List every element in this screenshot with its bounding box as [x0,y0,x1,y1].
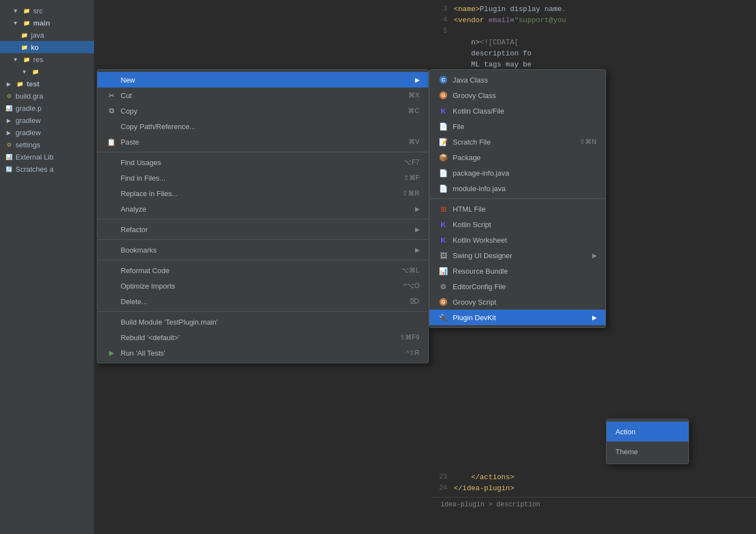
menu-item-find-files[interactable]: Find in Files... ⇧⌘F [97,170,428,186]
submenu-separator [429,198,605,199]
plugin-item-theme[interactable]: Theme [607,441,688,461]
tree-item-scratches[interactable]: 🔄 Scratches a [0,163,94,175]
tree-item-gradle-p[interactable]: 📊 gradle.p [0,102,94,114]
tree-item-test[interactable]: ▶ 📁 test [0,78,94,90]
tree-label: gradlew [15,116,41,125]
folder-icon: 📁 [22,18,31,27]
submenu-arrow-icon: ▶ [415,76,420,84]
reformat-icon [106,265,116,275]
file-icon: ⚙ [4,91,13,100]
kotlin-script-icon: K [438,219,448,229]
folder-icon: 📁 [20,43,29,52]
submenu-arrow-icon: ▶ [592,314,597,321]
menu-item-replace[interactable]: Replace in Files... ⇧⌘R [97,186,428,201]
html-icon: ⊞ [438,204,448,214]
submenu-item-file[interactable]: 📄 File [429,119,605,134]
submenu-item-kotlin-class[interactable]: K Kotlin Class/File [429,103,605,119]
file-icon: ▶ [4,128,13,137]
menu-item-refactor[interactable]: Refactor ▶ [97,222,428,237]
submenu-item-html[interactable]: ⊞ HTML File [429,201,605,217]
chevron-down-icon: ▼ [20,67,29,76]
chevron-down-icon: ▼ [11,18,20,27]
tree-item-build[interactable]: ⚙ build.gra [0,90,94,102]
file-icon: ▶ [4,116,13,125]
delete-icon [106,296,116,306]
find-icon [106,157,116,167]
tree-label: build.gra [15,92,43,100]
menu-item-new[interactable]: New ▶ [97,72,428,88]
submenu-item-plugin-devkit[interactable]: 🔌 Plugin DevKit ▶ [429,310,605,325]
menu-item-rebuild[interactable]: Rebuild '<default>' ⇧⌘F9 [97,330,428,345]
submenu-item-swing[interactable]: 🖼 Swing UI Designer ▶ [429,248,605,263]
code-line-23: 23 </actions> [432,473,756,484]
tree-label: ko [31,43,39,52]
submenu-item-package-info[interactable]: 📄 package-info.java [429,165,605,181]
submenu-item-kotlin-script[interactable]: K Kotlin Script [429,217,605,232]
submenu-item-package[interactable]: 📦 Package [429,150,605,165]
submenu-item-java-class[interactable]: C Java Class [429,72,605,88]
editor-divider [432,497,756,497]
optimize-icon [106,281,116,291]
tree-label: settings [15,141,40,149]
chevron-down-icon: ▼ [11,6,20,15]
tree-item-src[interactable]: ▼ 📁 src [0,4,94,17]
menu-item-paste[interactable]: 📋 Paste ⌘V [97,134,428,150]
scratches-icon: 🔄 [4,165,13,173]
menu-item-analyze[interactable]: Analyze ▶ [97,201,428,217]
menu-item-cut[interactable]: ✂ Cut ⌘X [97,88,428,103]
tree-item-kotlin[interactable]: 📁 ko [0,41,94,53]
tree-item-java[interactable]: 📁 java [0,29,94,41]
tree-item-gradlew2[interactable]: ▶ gradlew [0,126,94,138]
tree-item-gradlew1[interactable]: ▶ gradlew [0,114,94,126]
tree-item-external-libs[interactable]: 📊 External Lib [0,151,94,163]
menu-separator [97,152,428,152]
menu-separator [97,311,428,312]
tree-item-res[interactable]: ▼ 📁 res [0,53,94,65]
menu-item-run-tests[interactable]: ▶ Run 'All Tests' ^⇧R [97,345,428,361]
menu-item-copy[interactable]: ⧉ Copy ⌘C [97,103,428,119]
menu-separator [97,239,428,240]
bottom-code-area: 23 </actions> 24 </idea-plugin> idea-plu… [432,470,756,512]
submenu-arrow-icon: ▶ [592,252,597,259]
tree-item-main[interactable]: ▼ 📁 main [0,17,94,29]
plugin-devkit-icon: 🔌 [438,312,448,322]
tree-label: gradlew [15,129,41,137]
submenu-item-scratch-file[interactable]: 📝 Scratch File ⇧⌘N [429,134,605,150]
menu-item-bookmarks[interactable]: Bookmarks ▶ [97,242,428,258]
code-line: 5 [432,27,756,38]
chevron-right-icon: ▶ [4,79,13,88]
submenu-item-resource-bundle[interactable]: 📊 Resource Bundle [429,263,605,279]
folder-icon: 📁 [20,30,29,39]
submenu-arrow-icon: ▶ [415,247,420,254]
scratch-icon: 📝 [438,137,448,147]
swing-icon: 🖼 [438,250,448,260]
java-file-icon: 📄 [438,183,448,193]
find-files-icon [106,173,116,183]
refactor-icon [106,224,116,234]
analyze-icon [106,204,116,214]
submenu-item-kotlin-worksheet[interactable]: K Kotlin Worksheet [429,232,605,248]
menu-item-reformat[interactable]: Reformat Code ⌥⌘L [97,263,428,278]
breadcrumb: idea-plugin > description [432,500,756,510]
java-file-icon: 📄 [438,168,448,178]
tree-item-settings[interactable]: ⚙ settings [0,138,94,151]
file-icon: 📊 [4,104,13,112]
tree-label: test [27,80,39,88]
menu-item-find-usages[interactable]: Find Usages ⌥F7 [97,155,428,170]
tree-item-res-child[interactable]: ▼ 📁 [0,65,94,78]
submenu-item-module-info[interactable]: 📄 module-info.java [429,181,605,196]
submenu-item-groovy-script[interactable]: G Groovy Script [429,294,605,310]
tree-label: java [31,31,44,39]
submenu-plugin-devkit: Action Theme [606,419,689,464]
menu-item-build-module[interactable]: Build Module 'TestPlugin.main' [97,314,428,330]
menu-item-optimize[interactable]: Optimize Imports ^⌥O [97,278,428,294]
menu-item-delete[interactable]: Delete... ⌦ [97,294,428,309]
menu-item-copy-path[interactable]: Copy Path/Reference... [97,119,428,134]
code-line: n><![CDATA[ [432,38,756,49]
folder-icon: 📁 [15,79,24,88]
submenu-item-groovy-class[interactable]: G Groovy Class [429,88,605,103]
menu-separator [97,260,428,260]
context-menu: New ▶ ✂ Cut ⌘X ⧉ Copy ⌘C Copy Path/Refer… [97,69,429,363]
submenu-item-editorconfig[interactable]: ⚙ EditorConfig File [429,279,605,294]
plugin-item-action[interactable]: Action [607,422,688,441]
